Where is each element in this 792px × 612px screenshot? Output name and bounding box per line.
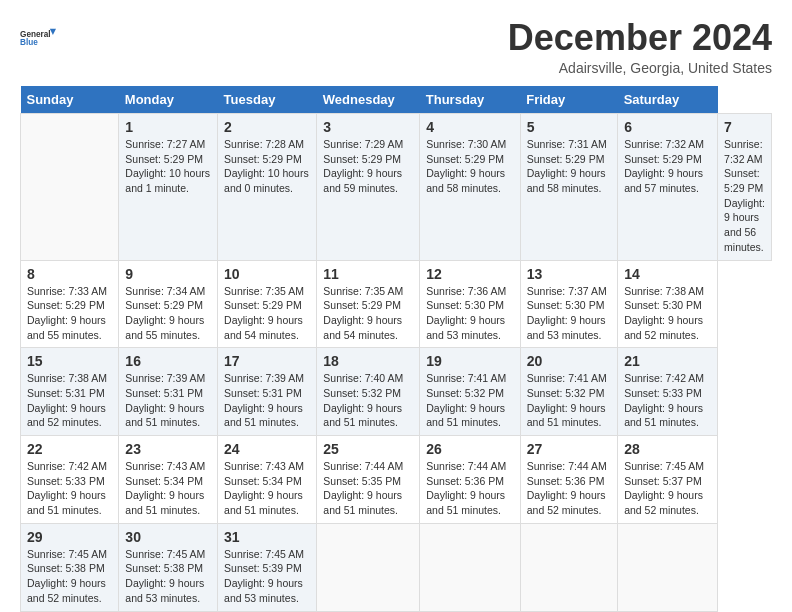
page-header: General Blue December 2024 Adairsville, … xyxy=(20,20,772,76)
day-number: 14 xyxy=(624,266,711,282)
day-info: Sunrise: 7:38 AMSunset: 5:30 PMDaylight:… xyxy=(624,284,711,343)
day-info: Sunrise: 7:45 AMSunset: 5:38 PMDaylight:… xyxy=(125,547,211,606)
day-info: Sunrise: 7:32 AMSunset: 5:29 PMDaylight:… xyxy=(624,137,711,196)
day-cell: 19 Sunrise: 7:41 AMSunset: 5:32 PMDaylig… xyxy=(420,348,520,436)
day-cell: 22 Sunrise: 7:42 AMSunset: 5:33 PMDaylig… xyxy=(21,436,119,524)
day-number: 30 xyxy=(125,529,211,545)
week-row-2: 8 Sunrise: 7:33 AMSunset: 5:29 PMDayligh… xyxy=(21,260,772,348)
day-info: Sunrise: 7:31 AMSunset: 5:29 PMDaylight:… xyxy=(527,137,611,196)
svg-text:General: General xyxy=(20,30,51,39)
day-cell: 30 Sunrise: 7:45 AMSunset: 5:38 PMDaylig… xyxy=(119,523,218,611)
day-info: Sunrise: 7:39 AMSunset: 5:31 PMDaylight:… xyxy=(224,371,310,430)
day-number: 27 xyxy=(527,441,611,457)
day-number: 2 xyxy=(224,119,310,135)
day-cell: 11 Sunrise: 7:35 AMSunset: 5:29 PMDaylig… xyxy=(317,260,420,348)
day-cell: 29 Sunrise: 7:45 AMSunset: 5:38 PMDaylig… xyxy=(21,523,119,611)
day-number: 21 xyxy=(624,353,711,369)
day-number: 22 xyxy=(27,441,112,457)
logo-svg: General Blue xyxy=(20,20,56,56)
day-cell xyxy=(317,523,420,611)
day-info: Sunrise: 7:32 AMSunset: 5:29 PMDaylight:… xyxy=(724,137,765,255)
day-info: Sunrise: 7:35 AMSunset: 5:29 PMDaylight:… xyxy=(323,284,413,343)
day-number: 20 xyxy=(527,353,611,369)
day-cell: 9 Sunrise: 7:34 AMSunset: 5:29 PMDayligh… xyxy=(119,260,218,348)
day-number: 8 xyxy=(27,266,112,282)
title-block: December 2024 Adairsville, Georgia, Unit… xyxy=(508,20,772,76)
day-info: Sunrise: 7:34 AMSunset: 5:29 PMDaylight:… xyxy=(125,284,211,343)
day-cell xyxy=(618,523,718,611)
day-info: Sunrise: 7:28 AMSunset: 5:29 PMDaylight:… xyxy=(224,137,310,196)
day-number: 26 xyxy=(426,441,513,457)
day-cell: 20 Sunrise: 7:41 AMSunset: 5:32 PMDaylig… xyxy=(520,348,617,436)
day-number: 29 xyxy=(27,529,112,545)
day-info: Sunrise: 7:44 AMSunset: 5:35 PMDaylight:… xyxy=(323,459,413,518)
day-info: Sunrise: 7:45 AMSunset: 5:37 PMDaylight:… xyxy=(624,459,711,518)
header-friday: Friday xyxy=(520,86,617,114)
day-number: 19 xyxy=(426,353,513,369)
header-row: SundayMondayTuesdayWednesdayThursdayFrid… xyxy=(21,86,772,114)
day-info: Sunrise: 7:43 AMSunset: 5:34 PMDaylight:… xyxy=(125,459,211,518)
day-number: 6 xyxy=(624,119,711,135)
logo: General Blue xyxy=(20,20,56,56)
week-row-3: 15 Sunrise: 7:38 AMSunset: 5:31 PMDaylig… xyxy=(21,348,772,436)
svg-text:Blue: Blue xyxy=(20,38,38,47)
header-sunday: Sunday xyxy=(21,86,119,114)
day-cell: 2 Sunrise: 7:28 AMSunset: 5:29 PMDayligh… xyxy=(218,114,317,261)
day-cell xyxy=(520,523,617,611)
day-number: 7 xyxy=(724,119,765,135)
day-info: Sunrise: 7:41 AMSunset: 5:32 PMDaylight:… xyxy=(527,371,611,430)
day-cell: 25 Sunrise: 7:44 AMSunset: 5:35 PMDaylig… xyxy=(317,436,420,524)
day-info: Sunrise: 7:39 AMSunset: 5:31 PMDaylight:… xyxy=(125,371,211,430)
day-cell: 28 Sunrise: 7:45 AMSunset: 5:37 PMDaylig… xyxy=(618,436,718,524)
day-number: 17 xyxy=(224,353,310,369)
day-info: Sunrise: 7:42 AMSunset: 5:33 PMDaylight:… xyxy=(624,371,711,430)
day-number: 24 xyxy=(224,441,310,457)
header-saturday: Saturday xyxy=(618,86,718,114)
day-number: 23 xyxy=(125,441,211,457)
day-info: Sunrise: 7:43 AMSunset: 5:34 PMDaylight:… xyxy=(224,459,310,518)
day-cell: 31 Sunrise: 7:45 AMSunset: 5:39 PMDaylig… xyxy=(218,523,317,611)
day-number: 15 xyxy=(27,353,112,369)
day-number: 28 xyxy=(624,441,711,457)
day-info: Sunrise: 7:38 AMSunset: 5:31 PMDaylight:… xyxy=(27,371,112,430)
day-number: 18 xyxy=(323,353,413,369)
day-cell: 7 Sunrise: 7:32 AMSunset: 5:29 PMDayligh… xyxy=(718,114,772,261)
day-number: 13 xyxy=(527,266,611,282)
day-number: 4 xyxy=(426,119,513,135)
day-info: Sunrise: 7:30 AMSunset: 5:29 PMDaylight:… xyxy=(426,137,513,196)
day-cell: 26 Sunrise: 7:44 AMSunset: 5:36 PMDaylig… xyxy=(420,436,520,524)
day-cell: 18 Sunrise: 7:40 AMSunset: 5:32 PMDaylig… xyxy=(317,348,420,436)
day-info: Sunrise: 7:29 AMSunset: 5:29 PMDaylight:… xyxy=(323,137,413,196)
day-info: Sunrise: 7:45 AMSunset: 5:39 PMDaylight:… xyxy=(224,547,310,606)
day-cell: 23 Sunrise: 7:43 AMSunset: 5:34 PMDaylig… xyxy=(119,436,218,524)
week-row-4: 22 Sunrise: 7:42 AMSunset: 5:33 PMDaylig… xyxy=(21,436,772,524)
day-number: 11 xyxy=(323,266,413,282)
header-monday: Monday xyxy=(119,86,218,114)
day-info: Sunrise: 7:37 AMSunset: 5:30 PMDaylight:… xyxy=(527,284,611,343)
day-info: Sunrise: 7:33 AMSunset: 5:29 PMDaylight:… xyxy=(27,284,112,343)
day-info: Sunrise: 7:45 AMSunset: 5:38 PMDaylight:… xyxy=(27,547,112,606)
day-cell: 8 Sunrise: 7:33 AMSunset: 5:29 PMDayligh… xyxy=(21,260,119,348)
day-cell: 14 Sunrise: 7:38 AMSunset: 5:30 PMDaylig… xyxy=(618,260,718,348)
header-thursday: Thursday xyxy=(420,86,520,114)
day-number: 12 xyxy=(426,266,513,282)
day-cell: 4 Sunrise: 7:30 AMSunset: 5:29 PMDayligh… xyxy=(420,114,520,261)
day-cell: 27 Sunrise: 7:44 AMSunset: 5:36 PMDaylig… xyxy=(520,436,617,524)
day-info: Sunrise: 7:44 AMSunset: 5:36 PMDaylight:… xyxy=(527,459,611,518)
day-number: 5 xyxy=(527,119,611,135)
week-row-1: 1 Sunrise: 7:27 AMSunset: 5:29 PMDayligh… xyxy=(21,114,772,261)
day-number: 25 xyxy=(323,441,413,457)
header-tuesday: Tuesday xyxy=(218,86,317,114)
day-number: 1 xyxy=(125,119,211,135)
day-cell xyxy=(420,523,520,611)
day-info: Sunrise: 7:41 AMSunset: 5:32 PMDaylight:… xyxy=(426,371,513,430)
location: Adairsville, Georgia, United States xyxy=(508,60,772,76)
day-info: Sunrise: 7:36 AMSunset: 5:30 PMDaylight:… xyxy=(426,284,513,343)
day-cell: 13 Sunrise: 7:37 AMSunset: 5:30 PMDaylig… xyxy=(520,260,617,348)
header-wednesday: Wednesday xyxy=(317,86,420,114)
day-cell: 3 Sunrise: 7:29 AMSunset: 5:29 PMDayligh… xyxy=(317,114,420,261)
day-cell: 10 Sunrise: 7:35 AMSunset: 5:29 PMDaylig… xyxy=(218,260,317,348)
day-cell: 17 Sunrise: 7:39 AMSunset: 5:31 PMDaylig… xyxy=(218,348,317,436)
day-cell: 6 Sunrise: 7:32 AMSunset: 5:29 PMDayligh… xyxy=(618,114,718,261)
day-info: Sunrise: 7:27 AMSunset: 5:29 PMDaylight:… xyxy=(125,137,211,196)
